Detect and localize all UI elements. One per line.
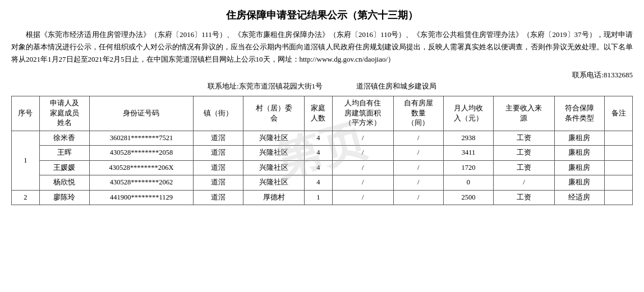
cell-income: 3411 <box>443 146 493 161</box>
contact-row: 联系地址:东莞市道滘镇花园大街1号 道滘镇住房和城乡建设局 <box>11 81 633 91</box>
col-note: 备注 <box>605 96 633 131</box>
cell-id: 360281********7521 <box>90 131 194 146</box>
cell-income: 2938 <box>443 131 493 146</box>
cell-type: 廉租房 <box>554 131 604 146</box>
cell-source: / <box>494 175 555 191</box>
cell-name: 王媛媛 <box>39 160 89 175</box>
col-family: 家庭人数 <box>304 96 332 131</box>
table-row: 杨欣悦430528********2062道滘兴隆社区4//0/廉租房 <box>12 175 633 191</box>
table-row: 1徐米香360281********7521道滘兴隆社区4//2938工资廉租房 <box>12 131 633 146</box>
cell-rooms: / <box>393 190 443 205</box>
table-container: 第页 序号 申请人及家庭成员姓名 身份证号码 镇（街） 村（居）委会 家庭人数 … <box>11 96 633 205</box>
cell-seq: 1 <box>12 131 40 190</box>
intro-text: 根据《东莞市经济适用住房管理办法》（东府〔2016〕111号）、《东莞市廉租住房… <box>11 29 633 66</box>
cell-village: 兴隆社区 <box>243 175 305 191</box>
col-source: 主要收入来源 <box>494 96 555 131</box>
cell-town: 道滘 <box>193 131 243 146</box>
cell-village: 厚德村 <box>243 190 305 205</box>
cell-family: 4 <box>304 160 332 175</box>
cell-note <box>605 160 633 175</box>
cell-type: 廉租房 <box>554 175 604 191</box>
cell-name: 廖陈玲 <box>39 190 89 205</box>
cell-family: 1 <box>304 190 332 205</box>
cell-area: / <box>332 190 393 205</box>
col-area: 人均自有住房建筑面积（平方米） <box>332 96 393 131</box>
cell-rooms: / <box>393 175 443 191</box>
cell-area: / <box>332 160 393 175</box>
cell-town: 道滘 <box>193 190 243 205</box>
cell-note <box>605 131 633 146</box>
cell-id: 441900********1129 <box>90 190 194 205</box>
cell-source: 工资 <box>494 190 555 205</box>
col-income: 月人均收入（元） <box>443 96 493 131</box>
page-title: 住房保障申请登记结果公示（第六十三期） <box>11 8 633 22</box>
cell-source: 工资 <box>494 146 555 161</box>
cell-id: 430528********2058 <box>90 146 194 161</box>
cell-note <box>605 146 633 161</box>
contact-dept: 道滘镇住房和城乡建设局 <box>356 81 436 91</box>
contact-address: 联系地址:东莞市道滘镇花园大街1号 <box>208 81 323 91</box>
cell-name: 王晖 <box>39 146 89 161</box>
cell-town: 道滘 <box>193 175 243 191</box>
cell-id: 430528********2062 <box>90 175 194 191</box>
cell-family: 4 <box>304 175 332 191</box>
cell-area: / <box>332 146 393 161</box>
col-type: 符合保障条件类型 <box>554 96 604 131</box>
cell-town: 道滘 <box>193 160 243 175</box>
cell-note <box>605 190 633 205</box>
cell-source: 工资 <box>494 160 555 175</box>
cell-income: 1720 <box>443 160 493 175</box>
col-members: 申请人及家庭成员姓名 <box>39 96 89 131</box>
cell-family: 4 <box>304 131 332 146</box>
cell-village: 兴隆社区 <box>243 160 305 175</box>
cell-village: 兴隆社区 <box>243 146 305 161</box>
cell-income: 0 <box>443 175 493 191</box>
cell-town: 道滘 <box>193 146 243 161</box>
table-row: 王晖430528********2058道滘兴隆社区4//3411工资廉租房 <box>12 146 633 161</box>
col-rooms: 自有房屋数量（间） <box>393 96 443 131</box>
cell-rooms: / <box>393 160 443 175</box>
contact-phone: 联系电话:81332685 <box>11 70 633 80</box>
col-village: 村（居）委会 <box>243 96 305 131</box>
cell-type: 廉租房 <box>554 160 604 175</box>
table-row: 王媛媛430528********206X道滘兴隆社区4//1720工资廉租房 <box>12 160 633 175</box>
cell-type: 经适房 <box>554 190 604 205</box>
col-id: 身份证号码 <box>90 96 194 131</box>
table-row: 2廖陈玲441900********1129道滘厚德村1//2500工资经适房 <box>12 190 633 205</box>
cell-rooms: / <box>393 146 443 161</box>
col-town: 镇（街） <box>193 96 243 131</box>
cell-rooms: / <box>393 131 443 146</box>
cell-area: / <box>332 175 393 191</box>
cell-note <box>605 175 633 191</box>
col-seq: 序号 <box>12 96 40 131</box>
cell-income: 2500 <box>443 190 493 205</box>
cell-id: 430528********206X <box>90 160 194 175</box>
main-table: 序号 申请人及家庭成员姓名 身份证号码 镇（街） 村（居）委会 家庭人数 人均自… <box>11 96 633 205</box>
cell-area: / <box>332 131 393 146</box>
cell-family: 4 <box>304 146 332 161</box>
cell-name: 杨欣悦 <box>39 175 89 191</box>
cell-name: 徐米香 <box>39 131 89 146</box>
cell-type: 廉租房 <box>554 146 604 161</box>
cell-seq: 2 <box>12 190 40 205</box>
cell-village: 兴隆社区 <box>243 131 305 146</box>
cell-source: 工资 <box>494 131 555 146</box>
